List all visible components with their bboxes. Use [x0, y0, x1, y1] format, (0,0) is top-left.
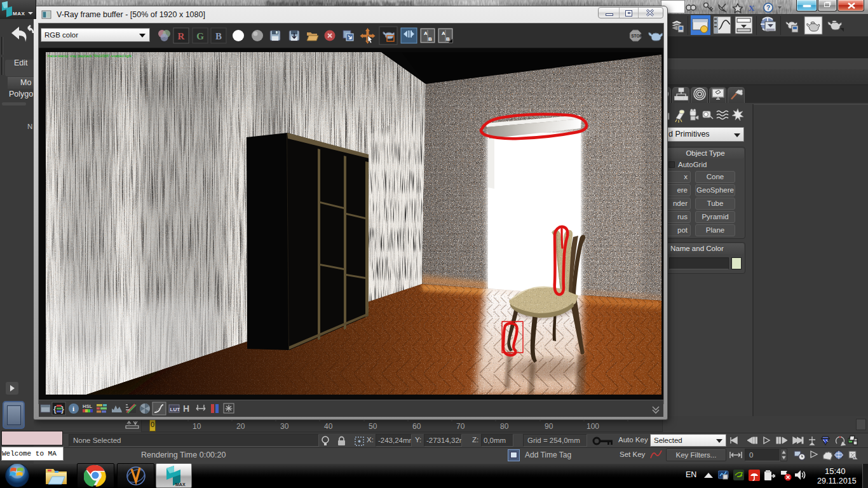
- svg-text:X: X: [749, 3, 755, 13]
- svg-text:R: R: [178, 31, 185, 41]
- svg-text:A: A: [442, 30, 445, 36]
- svg-text:40: 40: [324, 422, 333, 431]
- svg-text:}: }: [61, 405, 64, 414]
- svg-text:HSL: HSL: [83, 403, 92, 409]
- svg-text:i: i: [72, 405, 74, 412]
- svg-text:90: 90: [545, 422, 553, 431]
- svg-text:60: 60: [412, 422, 421, 431]
- svg-text:80: 80: [500, 422, 509, 431]
- svg-text:30: 30: [280, 422, 289, 431]
- svg-text:70: 70: [456, 422, 465, 431]
- svg-text:20: 20: [236, 422, 245, 431]
- svg-text:LUT: LUT: [170, 407, 180, 412]
- svg-text:frame stamp: vray playback "Rs: frame stamp: vray playback "RsGI365" ena…: [48, 54, 132, 58]
- svg-text:50: 50: [369, 422, 377, 431]
- svg-text:100: 100: [587, 422, 599, 431]
- svg-text:?: ?: [766, 4, 770, 11]
- svg-text:{: {: [53, 405, 57, 414]
- svg-text:A: A: [424, 30, 428, 36]
- svg-text:G: G: [196, 31, 204, 41]
- svg-text:MAX: MAX: [175, 482, 186, 487]
- svg-text:H: H: [183, 403, 189, 414]
- svg-text:10: 10: [193, 422, 201, 431]
- svg-text:STOP: STOP: [631, 34, 642, 38]
- svg-text:B: B: [446, 36, 450, 42]
- svg-text:B: B: [215, 31, 222, 41]
- svg-text:B: B: [428, 36, 432, 42]
